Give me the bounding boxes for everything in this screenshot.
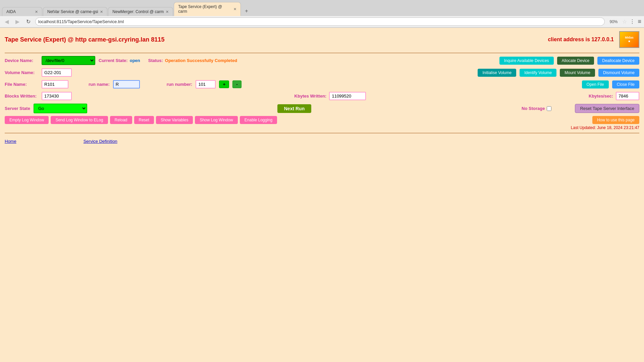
page-content: Tape Service (Expert) @ http carme-gsi.c… bbox=[0, 28, 644, 147]
reload-button[interactable]: Reload bbox=[110, 116, 132, 124]
action-row: Empty Log Window Send Log Window to ELog… bbox=[5, 116, 639, 124]
device-row: Device Name: /dev/file/0 Current State: … bbox=[5, 56, 639, 65]
kbytes-sec-input[interactable] bbox=[616, 92, 639, 100]
browser-chrome: AIDA ✕ NetVar Service @ carme-gsi ✕ NewM… bbox=[0, 0, 644, 28]
no-storage-checkbox[interactable] bbox=[547, 106, 551, 111]
address-bar: ◀ ▶ ↻ 90% ☆ ⋮ ≡ bbox=[0, 16, 644, 27]
file-name-input[interactable] bbox=[42, 80, 68, 88]
tab-tapeservice-close[interactable]: ✕ bbox=[233, 7, 236, 11]
run-name-input[interactable] bbox=[113, 80, 140, 88]
tab-aida-label: AIDA bbox=[6, 9, 16, 14]
zoom-label: 90% bbox=[607, 19, 620, 25]
home-link[interactable]: Home bbox=[5, 139, 16, 144]
mount-volume-button[interactable]: Mount Volume bbox=[560, 69, 595, 77]
tab-aida[interactable]: AIDA ✕ bbox=[2, 7, 42, 16]
next-run-button[interactable]: Next Run bbox=[277, 104, 311, 113]
kbytes-written-input[interactable] bbox=[329, 92, 366, 100]
run-number-decrement[interactable]: - bbox=[232, 80, 241, 88]
device-name-select[interactable]: /dev/file/0 bbox=[42, 56, 95, 65]
run-number-label: run number: bbox=[167, 82, 193, 87]
run-number-increment[interactable]: + bbox=[219, 80, 229, 88]
close-file-button[interactable]: Close File bbox=[612, 80, 639, 88]
volume-name-label: Volume Name: bbox=[5, 70, 38, 75]
tab-newmerger-close[interactable]: ✕ bbox=[166, 10, 169, 14]
new-tab-button[interactable]: + bbox=[241, 6, 251, 16]
kbytes-sec-label: Kbytes/sec: bbox=[589, 94, 613, 99]
client-address: client address is 127.0.0.1 bbox=[548, 37, 614, 43]
blocks-written-input[interactable] bbox=[42, 92, 72, 100]
volume-name-input[interactable] bbox=[42, 68, 72, 77]
tab-tapeservice-label: Tape Service (Expert) @ carm bbox=[178, 4, 231, 14]
server-state-select[interactable]: Go bbox=[34, 104, 87, 113]
server-state-label: Server State bbox=[5, 106, 30, 111]
status-label: Status: bbox=[148, 58, 163, 63]
kbytes-written-label: Kbytes Written: bbox=[294, 94, 327, 99]
open-file-button[interactable]: Open File bbox=[582, 80, 609, 88]
footer-links: Home Service Definition bbox=[5, 139, 639, 144]
tab-netvar-label: NetVar Service @ carme-gsi bbox=[47, 9, 98, 14]
show-log-button[interactable]: Show Log Window bbox=[195, 116, 237, 124]
refresh-button[interactable]: ↻ bbox=[24, 18, 33, 25]
tab-bar: AIDA ✕ NetVar Service @ carme-gsi ✕ NewM… bbox=[0, 0, 644, 16]
empty-log-button[interactable]: Empty Log Window bbox=[5, 116, 49, 124]
file-name-label: File Name: bbox=[5, 82, 38, 87]
send-log-button[interactable]: Send Log Window to ELog bbox=[51, 116, 108, 124]
device-name-label: Device Name: bbox=[5, 58, 38, 63]
no-storage-label: No Storage bbox=[522, 106, 545, 111]
reset-button[interactable]: Reset bbox=[134, 116, 154, 124]
page-title: Tape Service (Expert) @ http carme-gsi.c… bbox=[5, 36, 164, 43]
logo: Midas■ bbox=[619, 31, 639, 48]
identify-volume-button[interactable]: Identify Volume bbox=[520, 69, 556, 77]
file-row: File Name: run name: run number: + - Ope… bbox=[5, 80, 639, 88]
deallocate-device-button[interactable]: Deallocate Device bbox=[597, 57, 639, 65]
current-state-label: Current State: bbox=[99, 58, 128, 63]
forward-button[interactable]: ▶ bbox=[13, 18, 21, 25]
tab-netvar-close[interactable]: ✕ bbox=[100, 10, 103, 14]
initialise-volume-button[interactable]: Initialise Volume bbox=[478, 69, 516, 77]
tab-newmerger[interactable]: NewMerger: Control @ carm ✕ bbox=[108, 7, 173, 16]
page-header: Tape Service (Expert) @ http carme-gsi.c… bbox=[5, 31, 639, 48]
extensions-button[interactable]: ⋮ bbox=[630, 18, 635, 25]
header-divider bbox=[5, 53, 639, 53]
current-state-value: open bbox=[130, 58, 140, 63]
tab-newmerger-label: NewMerger: Control @ carm bbox=[112, 9, 164, 14]
server-state-row: Server State Go Next Run No Storage Rese… bbox=[5, 104, 639, 113]
footer-divider bbox=[5, 133, 639, 133]
volume-row: Volume Name: Initialise Volume Identify … bbox=[5, 68, 639, 77]
service-definition-link[interactable]: Service Definition bbox=[84, 139, 117, 144]
inquire-devices-button[interactable]: Inquire Available Devices bbox=[499, 57, 554, 65]
tab-tapeservice[interactable]: Tape Service (Expert) @ carm ✕ bbox=[174, 2, 241, 16]
enable-logging-button[interactable]: Enable Logging bbox=[240, 116, 277, 124]
run-number-input[interactable] bbox=[196, 80, 216, 88]
reset-tape-button[interactable]: Reset Tape Server Interface bbox=[575, 104, 639, 113]
status-value: Operation Successfully Completed bbox=[165, 58, 237, 63]
show-variables-button[interactable]: Show Variables bbox=[156, 116, 193, 124]
dismount-volume-button[interactable]: Dismount Volume bbox=[598, 69, 639, 77]
menu-button[interactable]: ≡ bbox=[638, 18, 641, 25]
bookmark-button[interactable]: ☆ bbox=[622, 18, 627, 25]
last-updated: Last Updated: June 18, 2024 23:21:47 bbox=[5, 125, 639, 130]
run-name-label: run name: bbox=[89, 82, 110, 87]
address-input[interactable] bbox=[35, 17, 605, 26]
blocks-written-label: Blocks Written: bbox=[5, 94, 38, 99]
back-button[interactable]: ◀ bbox=[3, 18, 11, 25]
tab-netvar[interactable]: NetVar Service @ carme-gsi ✕ bbox=[43, 7, 107, 16]
allocate-device-button[interactable]: Allocate Device bbox=[557, 57, 594, 65]
tab-aida-close[interactable]: ✕ bbox=[35, 10, 38, 14]
how-to-use-button[interactable]: How to use this page bbox=[592, 116, 639, 124]
blocks-row: Blocks Written: Kbytes Written: Kbytes/s… bbox=[5, 92, 639, 100]
